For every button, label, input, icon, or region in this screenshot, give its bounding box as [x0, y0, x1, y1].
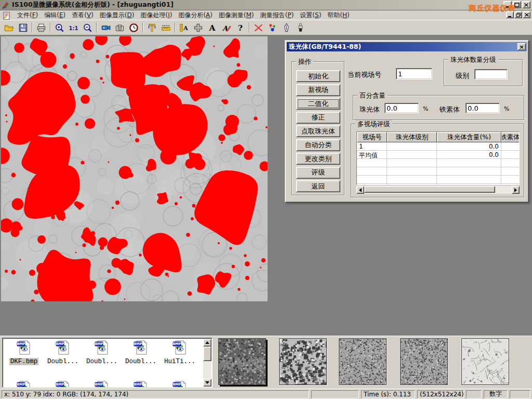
- snapshot-camera-button[interactable]: [113, 21, 127, 34]
- op-button-7[interactable]: 更改类别: [296, 153, 340, 165]
- zoom-out-button[interactable]: [81, 21, 95, 34]
- percent-group: 百分含量 珠光体 % 铁素体 %: [353, 95, 524, 120]
- file-item-Doubl[interactable]: BMPDoubl...: [83, 339, 121, 365]
- bmp-file-icon: BMP: [55, 339, 71, 356]
- ruler-button[interactable]: [159, 21, 173, 34]
- table-horizontal-scrollbar[interactable]: [356, 186, 520, 194]
- minimize-button[interactable]: [503, 1, 512, 8]
- scrollbar-thumb[interactable]: [203, 347, 211, 361]
- svg-text:BMP: BMP: [17, 342, 25, 346]
- op-button-8[interactable]: 评级: [296, 167, 340, 179]
- save-button[interactable]: [16, 21, 30, 34]
- svg-text:A: A: [209, 23, 216, 33]
- measure-text-button[interactable]: A: [177, 21, 191, 34]
- menu-1[interactable]: 文件(F): [14, 10, 41, 20]
- table-row[interactable]: [357, 176, 519, 184]
- op-button-1[interactable]: 初始化: [296, 70, 340, 82]
- table-row[interactable]: [357, 159, 519, 167]
- multiview-table[interactable]: 视场号珠光体级别珠光体含量(%)铁素体含量(%)10.0平均值0.0: [356, 131, 520, 185]
- file-item-HuiTi[interactable]: BMPHuiTi...: [161, 339, 199, 365]
- table-cell: [357, 176, 387, 184]
- svg-text:BMP: BMP: [95, 382, 103, 387]
- brush-button[interactable]: [294, 21, 308, 34]
- op-button-6[interactable]: 自动分类: [296, 139, 340, 151]
- pen-icon: [282, 23, 291, 33]
- help-button[interactable]: ?: [233, 21, 247, 34]
- table-cell: [357, 167, 387, 176]
- mdi-restore-button[interactable]: [514, 11, 522, 18]
- table-row[interactable]: [357, 184, 519, 185]
- file-item-DKFbmp[interactable]: BMPDKF.bmp: [5, 339, 43, 365]
- operations-group: 操作 初始化新视场二值化修正点取珠光体自动分类更改类别评级返回: [291, 61, 344, 195]
- open-file-button[interactable]: [2, 21, 16, 34]
- pearlite-percent-input[interactable]: [384, 103, 419, 113]
- dialog-title-bar[interactable]: 珠光体(GB/T9441-88) ×: [287, 42, 527, 51]
- dialog-close-button[interactable]: ×: [517, 43, 526, 50]
- thumbnail-5[interactable]: [461, 338, 509, 385]
- video-camera-icon: [101, 23, 111, 33]
- menu-4[interactable]: 图像显示(D): [97, 10, 138, 20]
- toolbar: 1:1AAA?: [0, 20, 532, 35]
- scroll-up-button[interactable]: [203, 339, 211, 347]
- maximize-button[interactable]: [513, 1, 521, 8]
- op-button-2[interactable]: 新视场: [296, 84, 340, 96]
- op-button-5[interactable]: 点取珠光体: [296, 125, 340, 137]
- delete-measure-button[interactable]: [251, 21, 265, 34]
- move-cross-button[interactable]: [191, 21, 205, 34]
- table-row[interactable]: 10.0: [357, 142, 519, 151]
- text-annotation-button[interactable]: A: [205, 21, 219, 34]
- mark-balloons-button[interactable]: [265, 21, 280, 34]
- save-icon: [18, 23, 28, 33]
- table-row[interactable]: 平均值0.0: [357, 151, 519, 159]
- menu-8[interactable]: 测量报告(P): [257, 10, 297, 20]
- thumbnail-2[interactable]: [279, 338, 327, 385]
- file-item-Doubl[interactable]: BMPDoubl...: [122, 339, 160, 365]
- table-cell: [387, 159, 437, 167]
- ferrite-percent-input[interactable]: [466, 103, 500, 113]
- edit-text-button[interactable]: A: [219, 21, 233, 34]
- table-row[interactable]: [357, 167, 519, 176]
- menu-6[interactable]: 图像分析(A): [175, 10, 216, 20]
- zoom-in-button[interactable]: [52, 21, 66, 34]
- menu-5[interactable]: 图像处理(I): [137, 10, 175, 20]
- specimen-image[interactable]: [1, 36, 268, 301]
- file-item-hidden[interactable]: BMP: [5, 380, 43, 388]
- pen-button[interactable]: [280, 21, 294, 34]
- app-icon: [2, 1, 10, 9]
- svg-text:1:1: 1:1: [69, 25, 78, 31]
- menu-3[interactable]: 查看(V): [69, 10, 97, 20]
- scroll-down-button[interactable]: [203, 379, 211, 387]
- file-item-Doubl[interactable]: BMPDoubl...: [44, 339, 82, 365]
- menu-2[interactable]: 编辑(E): [41, 10, 69, 20]
- thumbnail-4[interactable]: [400, 338, 448, 385]
- print-button[interactable]: [34, 21, 48, 34]
- thumbnail-1[interactable]: [218, 338, 266, 385]
- caliper-button[interactable]: [145, 21, 159, 34]
- scroll-right-button[interactable]: [512, 186, 520, 194]
- scrollbar-thumb[interactable]: [364, 186, 495, 193]
- file-item-hidden[interactable]: BMP: [122, 380, 160, 388]
- file-item-hidden[interactable]: BMP: [44, 380, 82, 388]
- thumbnail-3[interactable]: [339, 338, 387, 385]
- grade-input[interactable]: [474, 69, 508, 79]
- file-list-scrollbar[interactable]: [203, 339, 211, 387]
- menu-7[interactable]: 图像测量(M): [216, 10, 257, 20]
- delete-measure-icon: [254, 23, 263, 33]
- op-button-4[interactable]: 修正: [296, 112, 340, 124]
- mdi-minimize-button[interactable]: [506, 11, 514, 18]
- file-item-hidden[interactable]: BMP: [83, 380, 121, 388]
- file-item-hidden[interactable]: BMP: [161, 380, 199, 388]
- scroll-left-button[interactable]: [356, 186, 364, 194]
- svg-text:BMP: BMP: [134, 342, 142, 346]
- close-button[interactable]: [522, 1, 530, 8]
- menu-10[interactable]: 帮助(H): [324, 10, 352, 20]
- actual-size-button[interactable]: 1:1: [66, 21, 81, 34]
- video-camera-button[interactable]: [99, 21, 113, 34]
- op-button-9[interactable]: 返回: [296, 180, 340, 192]
- timer-clock-button[interactable]: [127, 21, 141, 34]
- op-button-3[interactable]: 二值化: [296, 98, 340, 110]
- menu-9[interactable]: 设置(S): [297, 10, 324, 20]
- current-field-input[interactable]: [396, 68, 432, 79]
- print-icon: [36, 23, 46, 33]
- mdi-close-button[interactable]: [523, 11, 530, 18]
